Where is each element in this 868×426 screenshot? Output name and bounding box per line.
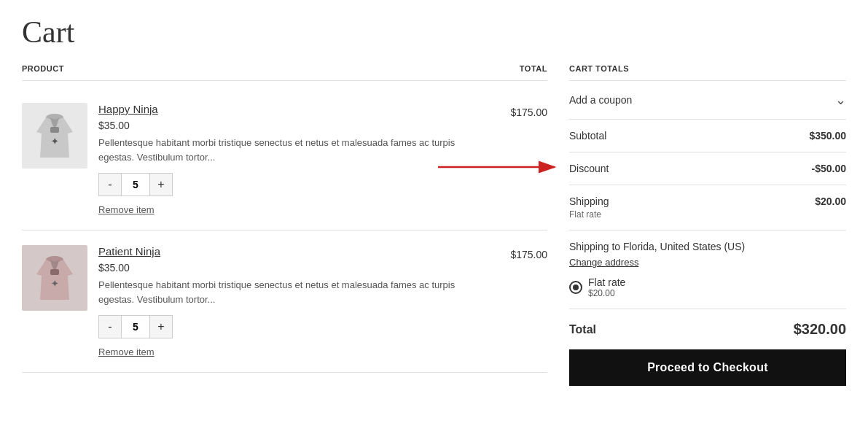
shipping-option-flat-rate[interactable]: Flat rate $20.00 [569,276,846,298]
svg-text:✦: ✦ [51,279,58,289]
total-row: Total $320.00 [569,309,846,349]
product-image-1: ✦ [22,103,87,169]
page-title: Cart [22,15,846,50]
radio-button[interactable] [569,281,582,294]
svg-text:✦: ✦ [51,136,58,147]
coupon-label: Add a coupon [569,94,632,106]
shipping-info: Shipping to Florida, United States (US) … [569,231,846,309]
qty-plus-1[interactable]: + [150,174,172,195]
shipping-to: Shipping to Florida, United States (US) [569,241,846,252]
qty-plus-2[interactable]: + [150,316,172,338]
cart-item-2: ✦ Patient Ninja $35.00 Pellentesque habi… [22,231,547,373]
subtotal-value: $350.00 [809,130,846,142]
discount-row: Discount -$50.00 [569,152,846,185]
sidebar-title: CART TOTALS [569,64,846,81]
cart-sidebar: CART TOTALS Add a coupon ⌄ Subtotal $350… [569,64,846,386]
discount-label: Discount [569,163,609,174]
remove-item-1[interactable]: Remove item [98,204,155,215]
product-desc-1: Pellentesque habitant morbi tristique se… [98,136,464,164]
product-price-2: $35.00 [98,262,464,274]
shipping-row: Shipping Flat rate $20.00 [569,185,846,231]
qty-input-2[interactable] [121,316,150,338]
item-total-1: $175.00 [474,103,547,118]
product-desc-2: Pellentesque habitant morbi tristique se… [98,278,464,306]
total-label: Total [569,323,596,336]
shipping-sub: Flat rate [569,209,609,220]
cart-items-section: PRODUCT TOTAL ✦ Happy Ninja [22,64,547,373]
product-name-1[interactable]: Happy Ninja [98,103,158,115]
svg-rect-4 [50,269,59,275]
add-coupon-row[interactable]: Add a coupon ⌄ [569,81,846,120]
column-product: PRODUCT [22,64,474,73]
qty-input-1[interactable] [121,174,150,195]
qty-minus-1[interactable]: - [99,174,121,195]
change-address-link[interactable]: Change address [569,257,638,268]
chevron-down-icon: ⌄ [835,92,846,108]
shipping-value: $20.00 [815,195,846,207]
discount-value: -$50.00 [812,163,846,174]
product-details-1: Happy Ninja $35.00 Pellentesque habitant… [98,103,464,215]
quantity-control-1: - + [98,173,173,196]
product-details-2: Patient Ninja $35.00 Pellentesque habita… [98,245,464,357]
cart-table-header: PRODUCT TOTAL [22,64,547,81]
product-price-1: $35.00 [98,120,464,131]
cart-item: ✦ Happy Ninja $35.00 Pellentesque habita… [22,88,547,231]
product-image-2: ✦ [22,245,87,311]
column-total: TOTAL [474,64,547,73]
radio-inner-dot [573,284,579,290]
product-name-2[interactable]: Patient Ninja [98,245,160,257]
item-total-2: $175.00 [474,245,547,260]
qty-minus-2[interactable]: - [99,316,121,338]
quantity-control-2: - + [98,315,173,338]
flat-rate-option: Flat rate $20.00 [588,276,625,298]
subtotal-label: Subtotal [569,130,606,142]
checkout-button[interactable]: Proceed to Checkout [569,349,846,386]
shipping-label: Shipping [569,195,609,207]
remove-item-2[interactable]: Remove item [98,346,155,357]
svg-rect-1 [50,127,59,133]
total-value: $320.00 [794,321,846,338]
subtotal-row: Subtotal $350.00 [569,120,846,152]
flat-rate-label: Flat rate [588,276,625,288]
flat-rate-price: $20.00 [588,288,625,298]
